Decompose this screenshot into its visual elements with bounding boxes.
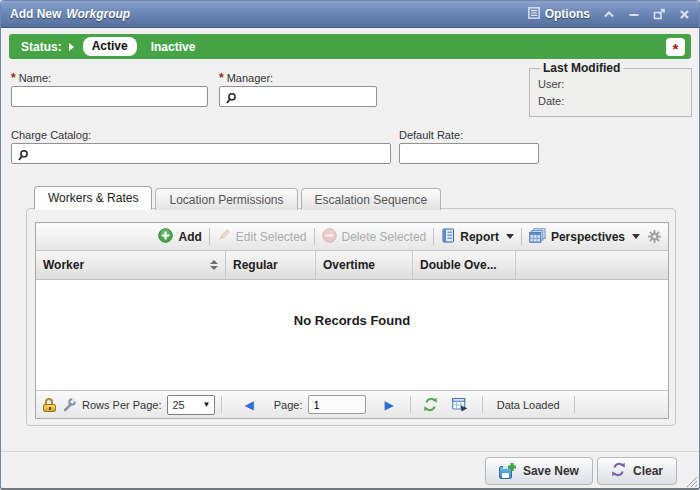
- report-caret-icon: [506, 234, 514, 239]
- add-new-workgroup-dialog: Add New Workgroup Options: [0, 0, 700, 490]
- charge-catalog-field-wrap: [11, 143, 391, 164]
- options-menu-button[interactable]: Options: [528, 7, 590, 22]
- report-icon: [441, 228, 455, 246]
- footer-divider: [1, 451, 699, 452]
- empty-message: No Records Found: [36, 313, 668, 328]
- add-button[interactable]: Add: [158, 228, 201, 246]
- status-active-button[interactable]: Active: [83, 37, 137, 56]
- required-indicator-chip: *: [666, 38, 685, 56]
- pager-separator: [221, 396, 222, 413]
- collapse-icon[interactable]: [603, 10, 615, 19]
- tab-escalation-sequence[interactable]: Escalation Sequence: [301, 188, 442, 210]
- manager-label: * Manager:: [219, 72, 273, 84]
- status-arrow-icon: [69, 43, 74, 51]
- rows-per-page-label: Rows Per Page:: [82, 399, 161, 411]
- name-label: * Name:: [11, 72, 51, 84]
- delete-minus-icon: [322, 228, 337, 246]
- default-rate-label: Default Rate:: [399, 129, 463, 141]
- tab-panel: Add Edit Selected Delete Selected: [26, 208, 676, 426]
- last-modified-user-label: User:: [538, 76, 683, 93]
- edit-pencil-icon: [217, 228, 231, 245]
- status-bar: Status: Active Inactive *: [9, 34, 691, 59]
- default-rate-field-wrap: [399, 143, 539, 164]
- required-asterisk: *: [673, 44, 679, 54]
- name-required-marker: *: [11, 74, 16, 84]
- wrench-icon[interactable]: [62, 398, 76, 412]
- tab-workers-rates[interactable]: Workers & Rates: [34, 186, 152, 210]
- save-disk-icon: [499, 463, 516, 479]
- export-grid-icon[interactable]: [452, 397, 468, 412]
- column-header-regular[interactable]: Regular: [226, 251, 316, 279]
- edit-selected-button[interactable]: Edit Selected: [217, 228, 307, 245]
- options-list-icon: [528, 7, 540, 22]
- grid-header: Worker Regular Overtime Double Ove...: [36, 251, 668, 280]
- options-label: Options: [545, 7, 590, 21]
- popout-icon[interactable]: [653, 8, 666, 20]
- toolbar-separator: [521, 228, 522, 245]
- charge-catalog-search-icon[interactable]: [17, 148, 29, 166]
- name-input[interactable]: [12, 88, 207, 107]
- name-field-wrap: [11, 86, 208, 107]
- close-icon[interactable]: [679, 9, 690, 20]
- column-header-overtime[interactable]: Overtime: [316, 251, 413, 279]
- toolbar-separator: [209, 228, 210, 245]
- delete-selected-button[interactable]: Delete Selected: [322, 228, 427, 246]
- dialog-title-entity: Workgroup: [66, 7, 130, 21]
- clear-refresh-icon: [611, 462, 626, 480]
- grid-pager: Rows Per Page: 25 ▼ ◀ Page: ▶ Data L: [36, 390, 668, 418]
- perspectives-icon: [529, 228, 546, 246]
- save-new-button[interactable]: Save New: [485, 457, 593, 485]
- column-header-double-overtime[interactable]: Double Ove...: [413, 251, 516, 279]
- dialog-title-prefix: Add New: [10, 7, 61, 21]
- pager-separator: [482, 396, 483, 413]
- tab-strip: Workers & Rates Location Permissions Esc…: [34, 186, 441, 210]
- manager-input[interactable]: [220, 88, 376, 107]
- last-modified-title: Last Modified: [540, 61, 623, 75]
- rows-per-page-select[interactable]: 25 ▼: [167, 395, 215, 415]
- workers-grid: Add Edit Selected Delete Selected: [35, 222, 669, 419]
- perspectives-caret-icon: [632, 234, 640, 239]
- grid-toolbar: Add Edit Selected Delete Selected: [36, 223, 668, 251]
- column-header-filler: [516, 251, 668, 279]
- page-label: Page:: [274, 399, 303, 411]
- charge-catalog-input[interactable]: [12, 145, 390, 164]
- select-chevron-icon: ▼: [203, 400, 211, 409]
- manager-required-marker: *: [219, 74, 224, 84]
- grid-body: No Records Found: [36, 280, 668, 390]
- pager-status-text: Data Loaded: [497, 399, 560, 411]
- report-menu-button[interactable]: Report: [441, 228, 514, 246]
- manager-search-icon[interactable]: [225, 91, 237, 109]
- toolbar-separator: [314, 228, 315, 245]
- pager-separator: [574, 396, 575, 413]
- last-modified-date-label: Date:: [538, 93, 683, 110]
- prev-page-icon[interactable]: ◀: [244, 399, 253, 411]
- resize-grip[interactable]: [684, 473, 697, 486]
- grid-settings-gear-icon[interactable]: [647, 229, 662, 244]
- last-modified-group: Last Modified User: Date:: [529, 61, 692, 117]
- page-number-input[interactable]: [308, 395, 366, 414]
- refresh-icon[interactable]: [423, 397, 438, 412]
- manager-field-wrap: [219, 86, 377, 107]
- status-inactive-button[interactable]: Inactive: [151, 40, 196, 54]
- dialog-title: Add New Workgroup: [10, 7, 130, 21]
- default-rate-input[interactable]: [400, 145, 538, 164]
- perspectives-menu-button[interactable]: Perspectives: [529, 228, 640, 246]
- status-label: Status:: [21, 40, 62, 54]
- sort-icon[interactable]: [210, 260, 218, 270]
- next-page-icon[interactable]: ▶: [384, 399, 393, 411]
- toolbar-separator: [433, 228, 434, 245]
- footer-actions: Save New Clear: [485, 457, 677, 485]
- add-plus-icon: [158, 228, 173, 246]
- clear-button[interactable]: Clear: [597, 457, 677, 485]
- tab-location-permissions[interactable]: Location Permissions: [155, 188, 297, 210]
- charge-catalog-label: Charge Catalog:: [11, 129, 91, 141]
- column-header-worker[interactable]: Worker: [36, 251, 226, 279]
- pager-separator: [410, 396, 411, 413]
- minimize-icon[interactable]: [628, 10, 640, 19]
- titlebar[interactable]: Add New Workgroup Options: [1, 1, 699, 28]
- lock-icon[interactable]: [43, 398, 56, 412]
